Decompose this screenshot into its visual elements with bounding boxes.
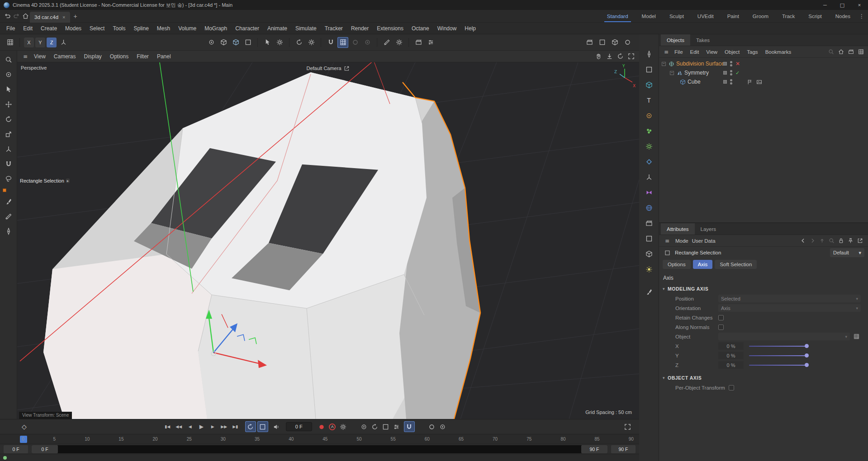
rotate-tool-icon[interactable] (3, 114, 14, 125)
attr-lock-icon[interactable] (836, 236, 845, 245)
light-icon[interactable] (644, 264, 655, 275)
shaded-cube-icon[interactable] (230, 37, 241, 48)
record-parameter-icon[interactable] (391, 421, 402, 432)
circle-dot-toggle-icon[interactable] (362, 37, 373, 48)
attr-popout-icon[interactable] (855, 236, 864, 245)
layout-tab-nodes[interactable]: Nodes (829, 10, 857, 22)
z-slider[interactable] (749, 362, 808, 368)
menu-character[interactable]: Character (231, 25, 263, 32)
lock-x-axis-button[interactable]: X (24, 38, 34, 47)
per-object-transform-checkbox[interactable] (729, 385, 734, 390)
orientation-dropdown[interactable]: Axis ▾ (718, 304, 861, 312)
menu-file[interactable]: File (2, 25, 19, 32)
layout-tab-paint[interactable]: Paint (721, 10, 746, 22)
play-button[interactable]: ▶ (196, 422, 207, 432)
autokey-icon[interactable]: A (327, 421, 338, 432)
quantize-grid-icon[interactable] (337, 37, 348, 48)
layer-square-icon[interactable] (723, 71, 727, 75)
goto-start-button[interactable]: ▮◀ (162, 422, 173, 432)
selection-cursor-icon[interactable] (3, 84, 14, 95)
snap-magnet-icon[interactable] (325, 37, 336, 48)
tweak-settings-gear-icon[interactable] (274, 37, 285, 48)
render-settings-icon[interactable] (425, 37, 436, 48)
brush-tool-icon[interactable] (3, 196, 14, 207)
field-diamond-icon[interactable] (644, 156, 655, 167)
layout-tab-standard[interactable]: Standard (600, 10, 635, 22)
x-slider[interactable] (749, 343, 808, 349)
current-frame-field[interactable]: 0 F (286, 422, 312, 431)
snap-keys-magnet-icon[interactable] (404, 421, 415, 432)
y-slider[interactable] (749, 353, 808, 359)
object-label[interactable]: Symmetry (684, 70, 709, 76)
layer-square-icon[interactable] (723, 80, 727, 84)
viewport-menu-options[interactable]: Options (106, 53, 133, 60)
user-data-menu[interactable]: User Data (692, 238, 716, 244)
circle-toggle-icon[interactable] (350, 37, 360, 48)
record-position-icon[interactable] (359, 421, 370, 432)
range-start-handle[interactable]: 0 F (32, 445, 58, 453)
hand-icon[interactable] (594, 52, 603, 61)
om-menu-tags[interactable]: Tags (743, 49, 761, 55)
menu-animate[interactable]: Animate (263, 25, 291, 32)
object-link-field[interactable]: ▾ (718, 333, 850, 340)
tree-row-symmetry[interactable]: − Symmetry ✓ (659, 68, 868, 77)
om-menu-object[interactable]: Object (721, 49, 743, 55)
om-menu-edit[interactable]: Edit (687, 49, 703, 55)
menu-edit[interactable]: Edit (19, 25, 37, 32)
maximize-view-icon[interactable] (626, 52, 636, 61)
lasso-tool-icon[interactable] (3, 174, 14, 184)
y-value-field[interactable]: 0 % (718, 352, 744, 359)
layout-tab-sculpt[interactable]: Sculpt (663, 10, 691, 22)
new-tab-button[interactable]: + (70, 11, 81, 22)
attr-pin-icon[interactable] (846, 236, 855, 245)
axis-tool-icon[interactable] (3, 144, 14, 155)
tree-row-subdivision-surface[interactable]: − Subdivision Surface ✕ (659, 59, 868, 68)
refresh-icon[interactable] (616, 52, 625, 61)
viewport-menu-display[interactable]: Display (80, 53, 105, 60)
menu-window[interactable]: Window (433, 25, 461, 32)
tool-tab-options[interactable]: Options (663, 260, 691, 269)
tab-layers[interactable]: Layers (695, 223, 722, 235)
menu-render[interactable]: Render (347, 25, 373, 32)
spline-pen-icon[interactable] (644, 49, 655, 60)
maximize-button[interactable]: □ (834, 0, 851, 10)
minimize-button[interactable]: ─ (816, 0, 834, 10)
menu-mograph[interactable]: MoGraph (200, 25, 231, 32)
om-home-icon[interactable] (836, 47, 845, 56)
menu-simulate[interactable]: Simulate (291, 25, 321, 32)
om-hamburger-icon[interactable]: ≡ (662, 47, 671, 56)
layout-tab-groom[interactable]: Groom (746, 10, 775, 22)
attr-hamburger-icon[interactable]: ≡ (663, 236, 672, 245)
record-rotation-icon[interactable] (370, 421, 380, 432)
menu-octane[interactable]: Octane (408, 25, 433, 32)
tool-hud-expand-icon[interactable]: ▸ (66, 179, 70, 183)
goto-end-button[interactable]: ▶▮ (230, 422, 241, 432)
retain-changes-checkbox[interactable] (718, 315, 724, 320)
disabled-x-icon[interactable]: ✕ (735, 61, 740, 67)
layout-tab-uvedit[interactable]: UVEdit (691, 10, 721, 22)
car-model[interactable] (43, 72, 480, 419)
clip-range-icon[interactable] (257, 421, 268, 432)
timeline-expand-icon[interactable] (622, 421, 633, 432)
knife-settings-gear-icon[interactable] (394, 37, 404, 48)
viewport-menu-filter[interactable]: Filter (133, 53, 153, 60)
next-frame-button[interactable]: ▶ (208, 422, 218, 432)
close-button[interactable]: × (851, 0, 868, 10)
timeline-ruler[interactable]: 0 5 10 15 20 25 30 35 40 45 50 55 60 65 (0, 434, 639, 444)
menu-extensions[interactable]: Extensions (373, 25, 408, 32)
tab-objects[interactable]: Objects (661, 34, 690, 46)
preview-range-slider[interactable]: 0 F 90 F (32, 445, 607, 453)
position-dropdown[interactable]: Selected ▾ (718, 295, 861, 302)
circle-dot-icon[interactable] (437, 421, 448, 432)
hamburger-menu-icon[interactable]: ≡ (21, 52, 30, 61)
range-start-field[interactable]: 0 F (4, 445, 28, 453)
menu-spline[interactable]: Spline (129, 25, 152, 32)
visibility-dots-icon[interactable] (730, 61, 732, 66)
target-icon[interactable] (206, 37, 217, 48)
uv-texture-icon[interactable] (644, 110, 655, 121)
coordinate-system-icon[interactable] (58, 37, 69, 48)
sound-icon[interactable] (271, 421, 282, 432)
tab-close-icon[interactable]: × (62, 14, 65, 20)
frame-cube-icon[interactable] (242, 37, 253, 48)
enabled-check-icon[interactable]: ✓ (735, 70, 740, 76)
